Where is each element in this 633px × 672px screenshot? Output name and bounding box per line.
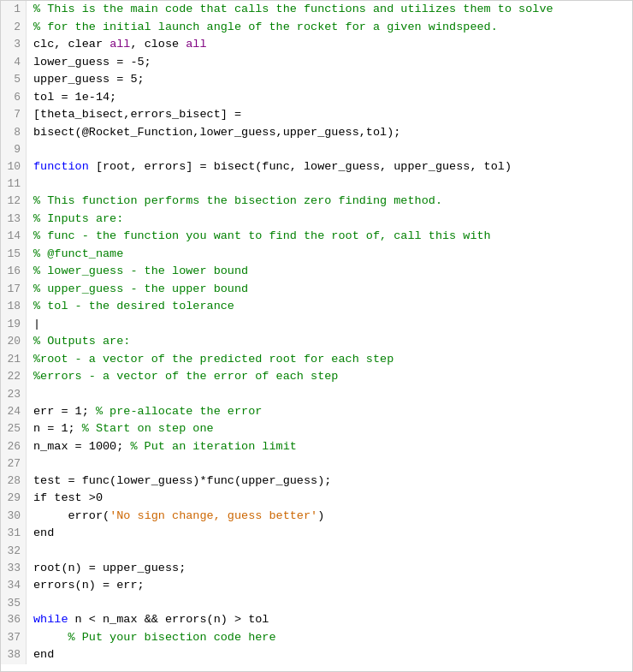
code-content: errors(n) = err; <box>27 577 632 595</box>
line-number: 5 <box>1 71 27 89</box>
code-content <box>27 595 632 612</box>
code-content: n_max = 1000; % Put an iteration limit <box>27 438 632 456</box>
line-number: 4 <box>1 54 27 72</box>
line-number: 16 <box>1 263 27 281</box>
code-token: % Put an iteration limit <box>130 440 296 453</box>
table-row: 5upper_guess = 5; <box>1 71 632 89</box>
line-number: 6 <box>1 89 27 107</box>
code-content: lower_guess = -5; <box>27 54 632 72</box>
table-row: 6tol = 1e-14; <box>1 89 632 107</box>
code-token: % This function performs the bisection z… <box>33 194 442 207</box>
code-content: end <box>27 646 632 664</box>
line-number: 31 <box>1 525 27 543</box>
table-row: 35 <box>1 595 632 612</box>
table-row: 14% func - the function you want to find… <box>1 228 632 246</box>
code-content: n = 1; % Start on step one <box>27 420 632 438</box>
line-number: 21 <box>1 351 27 369</box>
line-number: 17 <box>1 281 27 299</box>
code-content: % func - the function you want to find t… <box>27 228 632 246</box>
line-number: 1 <box>1 1 27 19</box>
code-token: [root, errors] = bisect(func, lower_gues… <box>89 160 512 173</box>
code-token: if test >0 <box>33 491 103 504</box>
table-row: 36while n < n_max && errors(n) > tol <box>1 611 632 629</box>
code-content: bisect(@Rocket_Function,lower_guess,uppe… <box>27 124 632 142</box>
code-token: function <box>33 160 89 173</box>
table-row: 32 <box>1 543 632 560</box>
code-content: upper_guess = 5; <box>27 71 632 89</box>
table-row: 7[theta_bisect,errors_bisect] = <box>1 106 632 124</box>
table-row: 11 <box>1 175 632 193</box>
code-content: % This function performs the bisection z… <box>27 193 632 211</box>
code-token: end <box>33 526 54 539</box>
line-number: 32 <box>1 543 27 560</box>
table-row: 30 error('No sign change, guess better') <box>1 508 632 526</box>
table-row: 38end <box>1 646 632 664</box>
code-token: %errors - a vector of the error of each … <box>33 370 338 383</box>
code-content <box>27 386 632 403</box>
code-token: while <box>33 613 68 626</box>
code-editor: 1% This is the main code that calls the … <box>0 0 633 672</box>
table-row: 27 <box>1 455 632 473</box>
code-content: [theta_bisect,errors_bisect] = <box>27 106 632 124</box>
code-token: n = 1; <box>33 422 82 435</box>
code-content: % lower_guess - the lower bound <box>27 263 632 281</box>
code-content <box>27 543 632 560</box>
line-number: 24 <box>1 403 27 421</box>
line-number: 9 <box>1 141 27 158</box>
table-row: 22%errors - a vector of the error of eac… <box>1 368 632 386</box>
code-content: % Put your bisection code here <box>27 629 632 647</box>
code-token: , close <box>130 38 186 51</box>
line-number: 11 <box>1 175 27 193</box>
code-token: % Put your bisection code here <box>33 631 276 644</box>
code-content <box>27 455 632 473</box>
code-content <box>27 141 632 158</box>
line-number: 27 <box>1 455 27 473</box>
line-number: 38 <box>1 646 27 664</box>
code-content: err = 1; % pre-allocate the error <box>27 403 632 421</box>
code-content: root(n) = upper_guess; <box>27 560 632 578</box>
line-number: 13 <box>1 211 27 229</box>
table-row: 20% Outputs are: <box>1 333 632 351</box>
code-content: test = func(lower_guess)*func(upper_gues… <box>27 473 632 491</box>
code-content: if test >0 <box>27 490 632 508</box>
code-token: | <box>33 318 40 330</box>
table-row: 31end <box>1 525 632 543</box>
code-token: clc, clear <box>33 38 109 51</box>
code-token: bisect(@Rocket_Function,lower_guess,uppe… <box>33 126 400 139</box>
table-row: 8bisect(@Rocket_Function,lower_guess,upp… <box>1 124 632 142</box>
table-row: 23 <box>1 386 632 403</box>
code-content: | <box>27 316 632 334</box>
code-token: % func - the function you want to find t… <box>33 229 491 242</box>
table-row: 25n = 1; % Start on step one <box>1 420 632 438</box>
table-row: 29if test >0 <box>1 490 632 508</box>
line-number: 37 <box>1 629 27 647</box>
code-token: tol = 1e-14; <box>33 91 116 104</box>
table-row: 9 <box>1 141 632 158</box>
code-token: errors(n) = err; <box>33 579 145 592</box>
line-number: 33 <box>1 560 27 578</box>
code-token: error( <box>33 509 109 522</box>
line-number: 2 <box>1 19 27 37</box>
code-token: upper_guess = 5; <box>33 73 145 86</box>
table-row: 16% lower_guess - the lower bound <box>1 263 632 281</box>
code-content: % @funct_name <box>27 246 632 264</box>
line-number: 35 <box>1 595 27 612</box>
code-token: % upper_guess - the upper bound <box>33 282 248 295</box>
code-token: % lower_guess - the lower bound <box>33 265 248 277</box>
code-content: % for the initial launch angle of the ro… <box>27 19 632 37</box>
code-token: % Outputs are: <box>33 335 130 348</box>
line-number: 15 <box>1 246 27 264</box>
line-number: 23 <box>1 386 27 403</box>
code-token: lower_guess = -5; <box>33 56 151 68</box>
code-token: end <box>33 648 54 661</box>
code-token: test = func(lower_guess)*func(upper_gues… <box>33 474 331 487</box>
line-number: 22 <box>1 368 27 386</box>
table-row: 37 % Put your bisection code here <box>1 629 632 647</box>
line-number: 18 <box>1 298 27 316</box>
table-row: 15% @funct_name <box>1 246 632 264</box>
line-number: 34 <box>1 577 27 595</box>
code-content: % upper_guess - the upper bound <box>27 281 632 299</box>
code-content: clc, clear all, close all <box>27 36 632 54</box>
line-number: 12 <box>1 193 27 211</box>
code-token: root(n) = upper_guess; <box>33 562 186 574</box>
